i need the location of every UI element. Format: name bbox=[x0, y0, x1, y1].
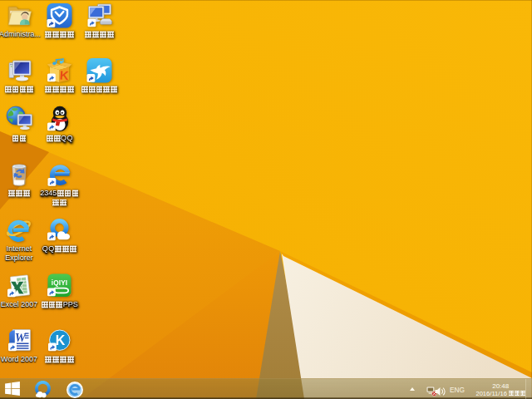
svg-text:K: K bbox=[59, 68, 69, 83]
svg-text:iQIYI: iQIYI bbox=[52, 279, 68, 287]
svg-text:K: K bbox=[56, 333, 66, 347]
svg-text:W: W bbox=[14, 331, 27, 344]
